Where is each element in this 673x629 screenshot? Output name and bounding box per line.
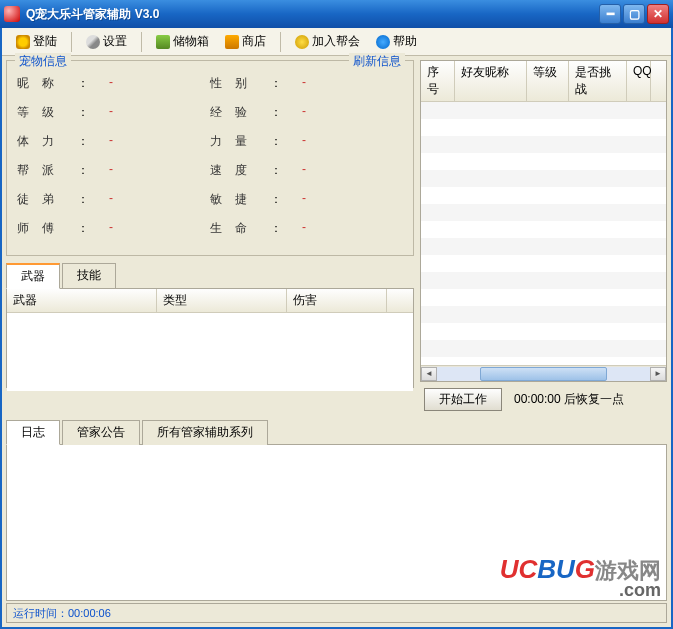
- col-index[interactable]: 序号: [421, 61, 455, 101]
- col-challenge[interactable]: 是否挑战: [569, 61, 627, 101]
- runtime-value: 00:00:06: [68, 607, 111, 619]
- table-row: [421, 272, 666, 289]
- help-button[interactable]: 帮助: [368, 30, 425, 53]
- weapon-tabs: 武器 技能: [6, 262, 414, 288]
- minimize-button[interactable]: ━: [599, 4, 621, 24]
- pet-label: 师 傅: [17, 220, 77, 237]
- recover-timer: 00:00:00 后恢复一点: [514, 391, 624, 408]
- scroll-track[interactable]: [437, 367, 650, 381]
- pet-row: 体 力：-力 量：-: [17, 133, 403, 150]
- weapon-table-body: [7, 313, 413, 391]
- gear-icon: [86, 35, 100, 49]
- horizontal-scrollbar[interactable]: ◄ ►: [421, 365, 666, 381]
- friend-table: 序号 好友昵称 等级 是否挑战 QQ ◄ ►: [420, 60, 667, 382]
- pet-label: 速 度: [210, 162, 270, 179]
- close-button[interactable]: ✕: [647, 4, 669, 24]
- table-row: [421, 323, 666, 340]
- pet-row: 帮 派：-速 度：-: [17, 162, 403, 179]
- setting-button[interactable]: 设置: [78, 30, 135, 53]
- table-row: [421, 102, 666, 119]
- log-panel: [6, 444, 667, 601]
- pet-value: -: [302, 104, 342, 121]
- tab-weapon[interactable]: 武器: [6, 263, 60, 289]
- bottom-section: 日志 管家公告 所有管家辅助系列 运行时间： 00:00:06: [2, 417, 671, 627]
- pet-label: 性 别: [210, 75, 270, 92]
- shop-button[interactable]: 商店: [217, 30, 274, 53]
- pet-value: -: [302, 191, 342, 208]
- pet-value: -: [109, 133, 149, 150]
- window-title: Q宠大乐斗管家辅助 V3.0: [26, 6, 599, 23]
- start-work-button[interactable]: 开始工作: [424, 388, 502, 411]
- pet-label: 力 量: [210, 133, 270, 150]
- col-level[interactable]: 等级: [527, 61, 569, 101]
- col-weapon[interactable]: 武器: [7, 289, 157, 312]
- scroll-left-button[interactable]: ◄: [421, 367, 437, 381]
- table-row: [421, 136, 666, 153]
- pet-info-legend: 宠物信息: [15, 53, 71, 70]
- toolbar: 登陆 设置 储物箱 商店 加入帮会 帮助: [2, 28, 671, 56]
- pet-row: 昵 称：-性 别：-: [17, 75, 403, 92]
- pet-value: -: [302, 133, 342, 150]
- pet-value: -: [109, 104, 149, 121]
- col-nickname[interactable]: 好友昵称: [455, 61, 527, 101]
- login-label: 登陆: [33, 33, 57, 50]
- runtime-label: 运行时间：: [13, 606, 68, 621]
- pet-info-group: 宠物信息 刷新信息 昵 称：-性 别：-等 级：-经 验：-体 力：-力 量：-…: [6, 60, 414, 256]
- window-body: 登陆 设置 储物箱 商店 加入帮会 帮助 宠物信息: [0, 28, 673, 629]
- titlebar: Q宠大乐斗管家辅助 V3.0 ━ ▢ ✕: [0, 0, 673, 28]
- pet-value: -: [109, 191, 149, 208]
- pet-label: 体 力: [17, 133, 77, 150]
- log-tabs: 日志 管家公告 所有管家辅助系列: [6, 419, 667, 444]
- action-row: 开始工作 00:00:00 后恢复一点: [418, 384, 669, 415]
- scroll-thumb[interactable]: [480, 367, 608, 381]
- maximize-button[interactable]: ▢: [623, 4, 645, 24]
- tab-all-series[interactable]: 所有管家辅助系列: [142, 420, 268, 445]
- table-row: [421, 289, 666, 306]
- pet-label: 徒 弟: [17, 191, 77, 208]
- table-row: [421, 170, 666, 187]
- join-label: 加入帮会: [312, 33, 360, 50]
- storage-button[interactable]: 储物箱: [148, 30, 217, 53]
- pet-row: 等 级：-经 验：-: [17, 104, 403, 121]
- setting-label: 设置: [103, 33, 127, 50]
- pet-value: -: [302, 75, 342, 92]
- storage-label: 储物箱: [173, 33, 209, 50]
- pet-label: 敏 捷: [210, 191, 270, 208]
- pet-value: -: [109, 162, 149, 179]
- storage-icon: [156, 35, 170, 49]
- pet-info-grid: 昵 称：-性 别：-等 级：-经 验：-体 力：-力 量：-帮 派：-速 度：-…: [17, 75, 403, 237]
- col-type[interactable]: 类型: [157, 289, 287, 312]
- pet-row: 徒 弟：-敏 捷：-: [17, 191, 403, 208]
- login-button[interactable]: 登陆: [8, 30, 65, 53]
- help-label: 帮助: [393, 33, 417, 50]
- toolbar-separator: [280, 32, 281, 52]
- col-qq[interactable]: QQ: [627, 61, 651, 101]
- shop-icon: [225, 35, 239, 49]
- table-row: [421, 221, 666, 238]
- pet-value: -: [109, 220, 149, 237]
- right-column: 序号 好友昵称 等级 是否挑战 QQ ◄ ► 开始工作: [418, 58, 669, 415]
- pet-value: -: [302, 162, 342, 179]
- pet-label: 昵 称: [17, 75, 77, 92]
- table-row: [421, 255, 666, 272]
- col-damage[interactable]: 伤害: [287, 289, 387, 312]
- window-controls: ━ ▢ ✕: [599, 4, 669, 24]
- tab-notice[interactable]: 管家公告: [62, 420, 140, 445]
- pet-label: 帮 派: [17, 162, 77, 179]
- friend-table-body: [421, 102, 666, 365]
- login-icon: [16, 35, 30, 49]
- tab-skill[interactable]: 技能: [62, 263, 116, 289]
- pet-label: 经 验: [210, 104, 270, 121]
- friend-table-header: 序号 好友昵称 等级 是否挑战 QQ: [421, 61, 666, 102]
- table-row: [421, 340, 666, 357]
- refresh-info-link[interactable]: 刷新信息: [349, 53, 405, 70]
- join-button[interactable]: 加入帮会: [287, 30, 368, 53]
- tab-log[interactable]: 日志: [6, 420, 60, 445]
- timer-suffix: 后恢复一点: [564, 392, 624, 406]
- table-row: [421, 119, 666, 136]
- pet-label: 等 级: [17, 104, 77, 121]
- scroll-right-button[interactable]: ►: [650, 367, 666, 381]
- table-row: [421, 204, 666, 221]
- pet-label: 生 命: [210, 220, 270, 237]
- timer-value: 00:00:00: [514, 392, 561, 406]
